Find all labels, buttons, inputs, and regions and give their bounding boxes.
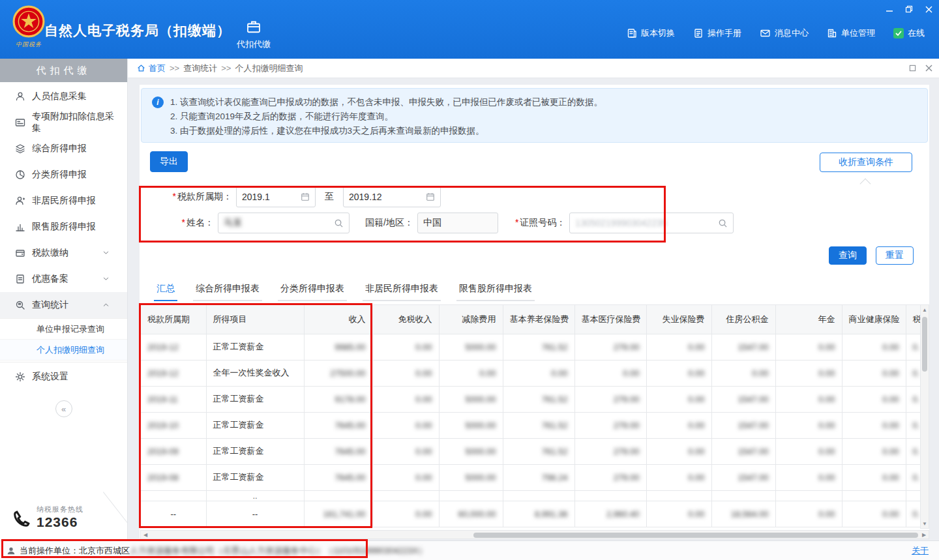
- panel-close-icon[interactable]: [925, 65, 932, 72]
- sidebar-item[interactable]: 综合所得申报: [0, 136, 127, 162]
- cell-value: 2019-11: [147, 394, 178, 404]
- vertical-scroll-thumb[interactable]: [922, 317, 927, 372]
- sidebar-item[interactable]: 税款缴纳: [0, 240, 127, 266]
- breadcrumb: 首页 >> 查询统计 >> 个人扣缴明细查询: [128, 59, 939, 78]
- cell-value: --: [252, 509, 258, 519]
- tab-report[interactable]: 分类所得申报表: [278, 280, 347, 301]
- query-form-row-person: *姓名： 马某 国籍/地区： 中国 *证照号码： 130502199903042…: [141, 213, 734, 233]
- close-icon[interactable]: [923, 4, 934, 14]
- id-number-input[interactable]: 130502199903042235: [569, 213, 734, 233]
- sidebar-subitem[interactable]: 个人扣缴明细查询: [0, 340, 127, 361]
- tab-report[interactable]: 非居民所得申报表: [363, 280, 441, 301]
- tab-withholding-module[interactable]: 代扣代缴: [226, 10, 282, 59]
- gear-icon: [14, 372, 25, 382]
- table-row[interactable]: 2019-12全年一次性奖金收入27500.000.000.000.000.00…: [141, 360, 920, 386]
- sidebar-item[interactable]: 查询统计: [0, 292, 127, 318]
- header-link-online[interactable]: 在线: [893, 27, 925, 39]
- cell-value: ..: [252, 491, 257, 501]
- info-icon: i: [152, 96, 164, 108]
- notice-panel: i 1. 该查询统计表仅能查询已申报成功的数据，不包含未申报、申报失败，已申报但…: [141, 88, 928, 143]
- about-link[interactable]: 关于: [912, 545, 929, 557]
- sidebar-item[interactable]: 人员信息采集: [0, 83, 127, 110]
- period-start-value: 2019.1: [242, 192, 297, 202]
- scroll-up-icon[interactable]: ▲: [921, 305, 929, 314]
- calendar-icon[interactable]: [301, 192, 310, 201]
- search-icon[interactable]: [334, 218, 344, 228]
- cell-value: 0.00: [818, 447, 835, 456]
- vertical-scrollbar[interactable]: ▲ ▼: [920, 304, 929, 529]
- reset-button[interactable]: 重置: [876, 246, 914, 265]
- breadcrumb-home-link[interactable]: 首页: [149, 63, 166, 74]
- name-input[interactable]: 马某: [218, 213, 350, 233]
- cell-value: 2019-08: [147, 473, 179, 482]
- horizontal-scroll-thumb[interactable]: [473, 533, 918, 538]
- period-start-input[interactable]: 2019.1: [236, 186, 316, 207]
- person2-icon: [14, 196, 25, 206]
- collapse-query-button[interactable]: 收折查询条件: [820, 153, 912, 172]
- cell-value: 0.00: [882, 509, 899, 519]
- header-link-version-switch[interactable]: 版本切换: [627, 27, 675, 39]
- cell-value: 正常工资薪金: [213, 341, 264, 353]
- header-link-unit-management[interactable]: 单位管理: [827, 27, 875, 39]
- header-link-message-center[interactable]: 消息中心: [760, 27, 809, 39]
- sidebar-item[interactable]: 限售股所得申报: [0, 214, 127, 240]
- calendar-icon[interactable]: [426, 192, 435, 201]
- sidebar-item-label: 非居民所得申报: [32, 195, 96, 207]
- sidebar-item[interactable]: 优惠备案: [0, 266, 127, 292]
- sidebar-item-label: 综合所得申报: [32, 143, 87, 155]
- sidebar-item[interactable]: 专项附加扣除信息采集: [0, 110, 127, 136]
- cell-value: 798.24: [542, 473, 568, 482]
- horizontal-scrollbar[interactable]: ◀ ▶: [140, 530, 929, 539]
- search-button[interactable]: 查询: [829, 246, 867, 265]
- table-row[interactable]: 2019-11正常工资薪金9178.000.005000.00761.52279…: [141, 386, 920, 412]
- sidebar-item[interactable]: 系统设置: [0, 364, 127, 390]
- column-header: 商业健康保险: [842, 305, 906, 334]
- cell-value: 0.: [913, 509, 920, 519]
- header-link-manual[interactable]: 操作手册: [693, 27, 741, 39]
- scroll-left-icon[interactable]: ◀: [141, 532, 150, 538]
- cell-value: 9178.00: [335, 394, 366, 404]
- layers-icon: [14, 143, 25, 154]
- sidebar-item[interactable]: 分类所得申报: [0, 162, 127, 188]
- cell-value: 0.00: [882, 447, 899, 456]
- period-end-input[interactable]: 2019.12: [343, 186, 441, 207]
- status-bar: 当前操作单位：北京市西城区 人力资源服务有限公司（石景山人力资源服务中心）（11…: [0, 540, 939, 560]
- minimize-icon[interactable]: [884, 4, 895, 14]
- nationality-input[interactable]: 中国: [417, 213, 498, 233]
- sidebar-item-label: 查询统计: [32, 299, 68, 311]
- period-end-value: 2019.12: [349, 192, 422, 202]
- breadcrumb-page: 个人扣缴明细查询: [235, 63, 303, 74]
- pie-icon: [14, 169, 25, 180]
- scroll-down-icon[interactable]: ▼: [921, 519, 929, 528]
- table-total-row[interactable]: ----161,741.000.0060,000.008,991.362,960…: [141, 501, 920, 527]
- required-asterisk: *: [173, 191, 176, 201]
- tab-summary-active[interactable]: 汇总: [154, 280, 177, 301]
- table-row[interactable]: 2019-10正常工资薪金7645.000.005000.00761.52279…: [141, 412, 920, 438]
- panel-restore-icon[interactable]: [909, 65, 916, 72]
- cell-value: 279.00: [614, 447, 640, 456]
- scroll-right-icon[interactable]: ▶: [919, 532, 929, 538]
- tab-report[interactable]: 综合所得申报表: [193, 280, 262, 301]
- export-button[interactable]: 导出: [150, 151, 188, 172]
- window-controls: [884, 4, 934, 14]
- sidebar-collapse-button[interactable]: «: [55, 400, 72, 417]
- restore-icon[interactable]: [904, 4, 914, 14]
- table-row-partial[interactable]: ..: [141, 490, 920, 501]
- to-label: 至: [325, 191, 334, 203]
- sidebar-subitem-label: 个人扣缴明细查询: [37, 344, 104, 356]
- sidebar-item[interactable]: 非居民所得申报: [0, 188, 127, 214]
- user-icon: [7, 546, 16, 555]
- cell-value: 0.00: [818, 509, 835, 519]
- tab-report[interactable]: 限售股所得申报表: [456, 280, 535, 301]
- sidebar-subitem[interactable]: 单位申报记录查询: [0, 319, 127, 340]
- table-row[interactable]: 2019-08正常工资薪金7645.000.005000.00798.24279…: [141, 464, 920, 490]
- cell-value: 正常工资薪金: [213, 393, 264, 405]
- id-number-value: 130502199903042235: [575, 218, 714, 228]
- table-row[interactable]: 2019-09正常工资薪金7645.000.005000.00761.52279…: [141, 438, 920, 464]
- cell-value: 0.: [913, 420, 920, 430]
- sidebar: 代扣代缴 人员信息采集专项附加扣除信息采集综合所得申报分类所得申报非居民所得申报…: [0, 59, 128, 560]
- name-label: *姓名：: [141, 217, 214, 229]
- sidebar-item-label: 分类所得申报: [32, 169, 87, 181]
- search-icon[interactable]: [718, 218, 728, 228]
- table-row[interactable]: 2019-12正常工资薪金9985.000.005000.00761.52279…: [141, 334, 920, 360]
